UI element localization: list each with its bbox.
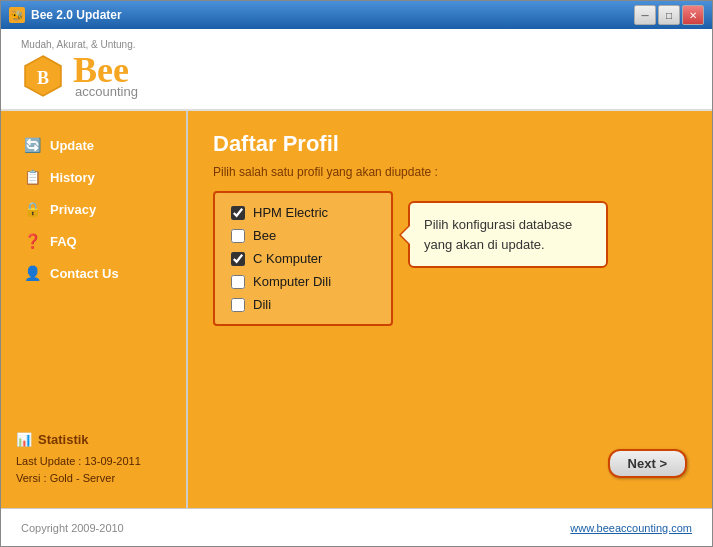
tagline: Mudah, Akurat, & Untung.: [21, 39, 692, 50]
profile-item-bee[interactable]: Bee: [231, 228, 375, 243]
profile-checkbox-dili[interactable]: [231, 298, 245, 312]
restore-button[interactable]: □: [658, 5, 680, 25]
copyright-text: Copyright 2009-2010: [21, 522, 124, 534]
nav-menu: 🔄 Update 📋 History 🔒 Privacy ❓ FAQ 👤: [16, 131, 171, 287]
sidebar-label-update: Update: [50, 138, 94, 153]
next-button[interactable]: Next >: [608, 449, 687, 478]
sidebar-label-contact: Contact Us: [50, 266, 119, 281]
profile-box: HPM Electric Bee C Komputer Komputer Dil…: [213, 191, 393, 326]
tooltip-text: Pilih konfigurasi database yang akan di …: [424, 217, 572, 252]
close-button[interactable]: ✕: [682, 5, 704, 25]
profile-label-dili: Dili: [253, 297, 271, 312]
sidebar-item-faq[interactable]: ❓ FAQ: [16, 227, 171, 255]
sidebar-spacer: [16, 287, 171, 422]
bee-logo-text: Bee: [73, 52, 138, 88]
instruction-text: Pilih salah satu profil yang akan diupda…: [213, 165, 687, 179]
logo-text-group: Bee accounting: [73, 52, 138, 99]
stats-title: 📊 Statistik: [16, 432, 171, 447]
titlebar-title: 🐝 Bee 2.0 Updater: [9, 7, 122, 23]
profile-checkbox-hpm[interactable]: [231, 206, 245, 220]
profile-label-hpm: HPM Electric: [253, 205, 328, 220]
stats-section: 📊 Statistik Last Update : 13-09-2011 Ver…: [16, 432, 171, 488]
faq-icon: ❓: [22, 231, 42, 251]
versi-value: Gold - Server: [50, 472, 115, 484]
header: Mudah, Akurat, & Untung. B Bee accountin…: [1, 29, 712, 111]
titlebar-icon: 🐝: [9, 7, 25, 23]
sidebar: 🔄 Update 📋 History 🔒 Privacy ❓ FAQ 👤: [1, 111, 186, 508]
main-content: 🔄 Update 📋 History 🔒 Privacy ❓ FAQ 👤: [1, 111, 712, 508]
last-update-label: Last Update :: [16, 455, 81, 467]
titlebar-buttons: ─ □ ✕: [634, 5, 704, 25]
logo-area: Mudah, Akurat, & Untung. B Bee accountin…: [21, 39, 692, 99]
versi-label: Versi :: [16, 472, 47, 484]
privacy-icon: 🔒: [22, 199, 42, 219]
accounting-text: accounting: [75, 84, 138, 99]
bee-logo-icon: B: [21, 54, 65, 98]
bottom-bar: Copyright 2009-2010 www.beeaccounting.co…: [1, 508, 712, 546]
next-button-area: Next >: [213, 326, 687, 488]
profile-label-ckomputer: C Komputer: [253, 251, 322, 266]
stats-detail: Last Update : 13-09-2011 Versi : Gold - …: [16, 453, 171, 488]
tooltip-box: Pilih konfigurasi database yang akan di …: [408, 201, 608, 268]
main-window: 🐝 Bee 2.0 Updater ─ □ ✕ Mudah, Akurat, &…: [0, 0, 713, 547]
profile-checkbox-ckomputer[interactable]: [231, 252, 245, 266]
page-title: Daftar Profil: [213, 131, 687, 157]
stats-title-text: Statistik: [38, 432, 89, 447]
stats-icon: 📊: [16, 432, 32, 447]
sidebar-label-privacy: Privacy: [50, 202, 96, 217]
profile-item-kdili[interactable]: Komputer Dili: [231, 274, 375, 289]
website-link[interactable]: www.beeaccounting.com: [570, 522, 692, 534]
sidebar-item-contact[interactable]: 👤 Contact Us: [16, 259, 171, 287]
window-title: Bee 2.0 Updater: [31, 8, 122, 22]
sidebar-item-history[interactable]: 📋 History: [16, 163, 171, 191]
minimize-button[interactable]: ─: [634, 5, 656, 25]
titlebar: 🐝 Bee 2.0 Updater ─ □ ✕: [1, 1, 712, 29]
contact-icon: 👤: [22, 263, 42, 283]
profile-checkbox-bee[interactable]: [231, 229, 245, 243]
sidebar-label-faq: FAQ: [50, 234, 77, 249]
versi-row: Versi : Gold - Server: [16, 470, 171, 488]
profile-label-kdili: Komputer Dili: [253, 274, 331, 289]
logo-row: B Bee accounting: [21, 52, 692, 99]
sidebar-item-privacy[interactable]: 🔒 Privacy: [16, 195, 171, 223]
svg-text:B: B: [37, 68, 49, 88]
update-icon: 🔄: [22, 135, 42, 155]
profile-item-dili[interactable]: Dili: [231, 297, 375, 312]
sidebar-item-update[interactable]: 🔄 Update: [16, 131, 171, 159]
profile-item-ckomputer[interactable]: C Komputer: [231, 251, 375, 266]
last-update-value: 13-09-2011: [85, 455, 141, 467]
profile-item-hpm[interactable]: HPM Electric: [231, 205, 375, 220]
profile-container: HPM Electric Bee C Komputer Komputer Dil…: [213, 191, 687, 326]
content-area: Daftar Profil Pilih salah satu profil ya…: [188, 111, 712, 508]
sidebar-label-history: History: [50, 170, 95, 185]
last-update-row: Last Update : 13-09-2011: [16, 453, 171, 471]
profile-checkbox-kdili[interactable]: [231, 275, 245, 289]
history-icon: 📋: [22, 167, 42, 187]
profile-label-bee: Bee: [253, 228, 276, 243]
